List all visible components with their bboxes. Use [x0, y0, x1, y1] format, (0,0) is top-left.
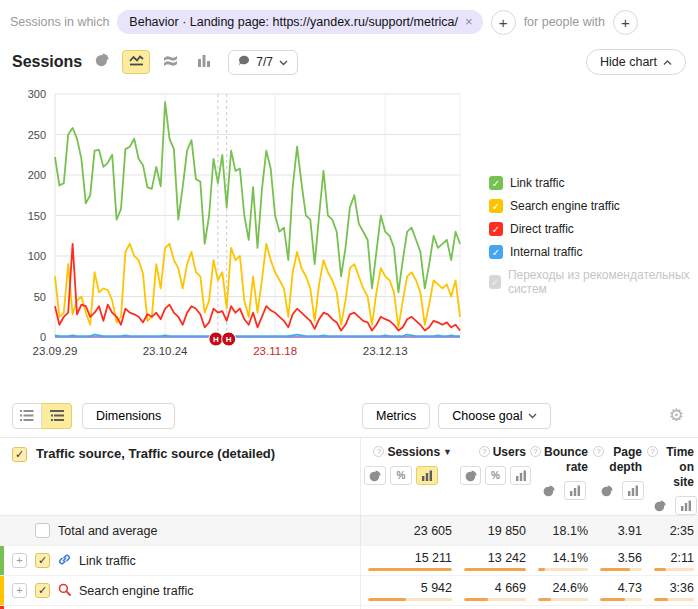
pie-toggle-button[interactable]: [596, 481, 618, 500]
dimension-checkbox[interactable]: ✓: [12, 447, 27, 462]
chart-type-columns-button[interactable]: [190, 50, 218, 74]
help-icon[interactable]: ?: [479, 446, 490, 457]
pie-toggle-button[interactable]: [649, 496, 671, 515]
metric-headers: ? Sessions ▼ % ? Users % ?: [360, 438, 698, 515]
pie-toggle-button[interactable]: [538, 481, 560, 500]
chevron-down-icon: [528, 413, 537, 419]
users-value: 13 242: [457, 551, 531, 565]
bars-toggle-button[interactable]: [510, 466, 531, 485]
row-accent-strip: [0, 576, 4, 605]
column-header-page-depth[interactable]: ? Page depth: [593, 445, 647, 475]
sessions-chart: 05010015020025030023.09.2923.10.2423.11.…: [0, 82, 698, 370]
sort-desc-icon: ▼: [443, 447, 452, 458]
annotations-dropdown[interactable]: 7/7: [228, 50, 298, 75]
svg-text:23.10.24: 23.10.24: [143, 345, 188, 357]
legend-item-direct-traffic[interactable]: ✓ Direct traffic: [489, 222, 698, 236]
stacked-area-icon: [163, 53, 178, 71]
column-header-users[interactable]: ? Users: [457, 445, 531, 460]
svg-text:H: H: [226, 335, 232, 344]
table-row-link-traffic[interactable]: + ✓ Link traffic 15 211 13 242 14.1% 3.5…: [0, 546, 698, 576]
help-icon[interactable]: ?: [593, 446, 604, 457]
dimensions-button[interactable]: Dimensions: [82, 403, 175, 429]
choose-goal-label: Choose goal: [452, 409, 522, 423]
hide-chart-button[interactable]: Hide chart: [586, 49, 686, 75]
column-header-time-on-site[interactable]: ? Time on site: [647, 445, 698, 490]
percent-toggle-button[interactable]: %: [390, 466, 412, 485]
svg-text:23.11.18: 23.11.18: [253, 345, 297, 357]
legend-item-recommendation-systems[interactable]: ✓ Переходы из рекомендательных систем: [489, 268, 698, 296]
remove-filter-icon[interactable]: ×: [465, 14, 473, 29]
bars-toggle-button[interactable]: [622, 481, 644, 500]
chart-type-line-button[interactable]: [122, 50, 150, 74]
row-accent-strip: [0, 546, 4, 575]
behavior-filter-chip[interactable]: Behavior · Landing page: https://yandex.…: [117, 10, 482, 34]
row-checkbox[interactable]: ✓: [35, 553, 50, 568]
users-display-toggles: %: [457, 466, 531, 485]
gray-checkbox-icon: ✓: [489, 275, 501, 289]
red-checkbox-icon: ✓: [489, 222, 503, 236]
expand-row-button[interactable]: +: [12, 553, 27, 568]
column-label: Page depth: [607, 445, 642, 475]
chevron-down-icon: [279, 55, 288, 69]
sessions-display-toggles: %: [361, 466, 457, 485]
bars-toggle-button[interactable]: [675, 496, 697, 515]
row-label: Link traffic: [79, 554, 136, 568]
help-icon[interactable]: ?: [530, 446, 541, 457]
row-checkbox[interactable]: ✓: [35, 583, 50, 598]
dimension-header: ✓ Traffic source, Traffic source (detail…: [0, 438, 360, 515]
sessions-value: 5 942: [361, 581, 457, 595]
settings-gear-icon[interactable]: ⚙: [669, 405, 684, 426]
hide-chart-label: Hide chart: [600, 55, 657, 69]
pie-toggle-button[interactable]: [460, 466, 481, 485]
link-icon: [58, 553, 71, 569]
choose-goal-button[interactable]: Choose goal: [438, 403, 551, 429]
help-icon[interactable]: ?: [373, 446, 384, 457]
help-icon[interactable]: ?: [647, 446, 658, 457]
pie-chart-icon: [95, 53, 109, 71]
list-icon: [20, 410, 34, 421]
legend-label: Search engine traffic: [510, 199, 620, 213]
sessions-value: 15 211: [361, 551, 457, 565]
bars-toggle-button[interactable]: [564, 481, 586, 500]
blue-checkbox-icon: ✓: [489, 245, 503, 259]
yellow-checkbox-icon: ✓: [489, 199, 503, 213]
row-label: Search engine traffic: [79, 584, 193, 598]
row-checkbox[interactable]: [35, 523, 50, 538]
bounce-display-toggles: [531, 481, 593, 500]
table-row-total[interactable]: Total and average 23 605 19 850 18.1% 3.…: [0, 516, 698, 546]
add-session-filter-button[interactable]: +: [491, 10, 516, 35]
column-label: Bounce rate: [544, 445, 588, 475]
tree-icon: [50, 410, 64, 421]
table-toolbar: Dimensions Metrics Choose goal ⚙: [0, 394, 698, 438]
table-row-search-engine-traffic[interactable]: + ✓ Search engine traffic 5 942 4 669 24…: [0, 576, 698, 606]
time-on-site-value: 2:11: [647, 551, 698, 565]
legend-item-internal-traffic[interactable]: ✓ Internal traffic: [489, 245, 698, 259]
chart-canvas[interactable]: 05010015020025030023.09.2923.10.2423.11.…: [0, 82, 475, 370]
page-depth-value: 4.73: [593, 581, 647, 595]
svg-text:150: 150: [28, 210, 46, 222]
flat-list-view-button[interactable]: [12, 403, 42, 429]
chart-type-stacked-button[interactable]: [156, 50, 184, 74]
bars-toggle-button[interactable]: [416, 466, 438, 485]
svg-text:50: 50: [34, 291, 46, 303]
legend-label: Переходы из рекомендательных систем: [508, 268, 698, 296]
pie-toggle-button[interactable]: [364, 466, 386, 485]
column-header-bounce-rate[interactable]: ? Bounce rate: [531, 445, 593, 475]
dimension-title: Traffic source, Traffic source (detailed…: [36, 446, 275, 461]
column-header-sessions[interactable]: ? Sessions ▼: [361, 445, 457, 460]
metrics-button[interactable]: Metrics: [362, 403, 430, 429]
svg-text:0: 0: [40, 331, 46, 343]
expand-row-button[interactable]: +: [12, 583, 27, 598]
chart-legend: ✓ Link traffic ✓ Search engine traffic ✓…: [489, 176, 698, 305]
legend-item-link-traffic[interactable]: ✓ Link traffic: [489, 176, 698, 190]
svg-text:250: 250: [28, 129, 46, 141]
tree-view-button[interactable]: [42, 403, 72, 429]
legend-item-search-engine-traffic[interactable]: ✓ Search engine traffic: [489, 199, 698, 213]
line-chart-icon: [129, 53, 144, 71]
chart-type-pie-button[interactable]: [88, 50, 116, 74]
add-people-filter-button[interactable]: +: [613, 10, 638, 35]
chevron-up-icon: [663, 55, 672, 69]
time-on-site-value: 2:35: [647, 524, 698, 538]
column-chart-icon: [197, 53, 211, 71]
percent-toggle-button[interactable]: %: [485, 466, 506, 485]
